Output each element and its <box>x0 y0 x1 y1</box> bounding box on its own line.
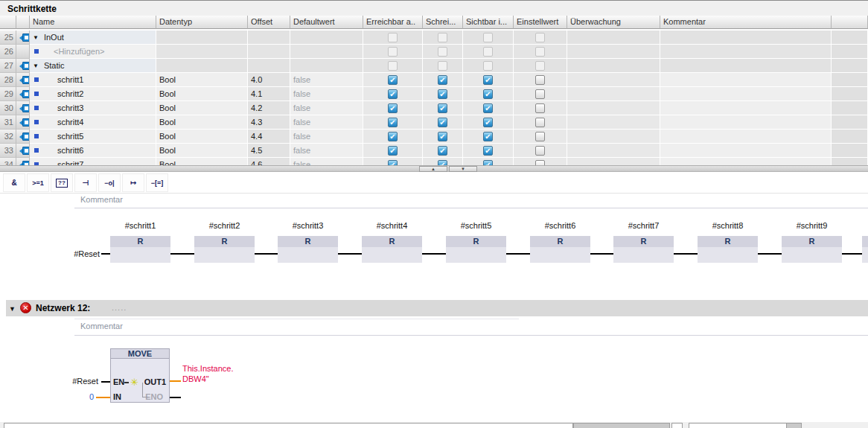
coil-operand[interactable]: #schritt6 <box>530 221 590 230</box>
cell-kommentar[interactable] <box>660 59 832 73</box>
row-number[interactable]: 30 <box>0 101 16 115</box>
cell-erreichbar[interactable] <box>363 144 423 158</box>
row-number[interactable]: 33 <box>0 144 16 158</box>
cell-schreibbar[interactable] <box>423 101 463 115</box>
cell-einstellwert[interactable] <box>514 158 567 165</box>
operand-out-line1[interactable]: This.Instance. <box>182 364 233 373</box>
cell-datentyp[interactable] <box>156 45 248 59</box>
coil-operand[interactable]: #schritt7 <box>613 221 674 230</box>
cell-kommentar[interactable] <box>660 87 832 101</box>
cell-schreibbar[interactable] <box>423 31 463 45</box>
network-12-header[interactable]: ▼ ✕ Netzwerk 12: ..... <box>6 300 868 316</box>
cell-erreichbar[interactable] <box>363 45 423 59</box>
coil-operand[interactable]: #schritt9 <box>782 221 842 230</box>
reset-coil-box[interactable]: R <box>698 236 758 263</box>
cell-defaultwert[interactable] <box>290 31 363 45</box>
row-number[interactable]: 26 <box>0 45 16 59</box>
cell-datentyp[interactable]: Bool <box>156 87 248 101</box>
cell-defaultwert[interactable]: false <box>290 144 363 158</box>
header-sichtbar[interactable]: Sichtbar i... <box>463 16 514 29</box>
cell-kommentar[interactable] <box>660 73 832 87</box>
reset-coil-box-clipped[interactable] <box>862 236 868 263</box>
cell-einstellwert[interactable] <box>514 130 567 144</box>
cell-defaultwert[interactable]: false <box>290 87 363 101</box>
cell-schreibbar[interactable] <box>423 130 463 144</box>
cell-einstellwert[interactable] <box>514 73 567 87</box>
cell-schreibbar[interactable] <box>423 87 463 101</box>
cell-datentyp[interactable] <box>156 31 248 45</box>
row-number[interactable]: 34 <box>0 158 16 165</box>
header-datentyp[interactable]: Datentyp <box>156 16 248 29</box>
operand-out-line2[interactable]: DBW4" <box>182 374 209 383</box>
reset-coil-box[interactable]: R <box>782 236 842 263</box>
open-branch-button[interactable]: ↦ <box>122 173 144 192</box>
table-row[interactable]: 31 schritt4 Bool 4.3 false <box>0 115 868 130</box>
cell-kommentar[interactable] <box>660 144 832 158</box>
table-row[interactable]: 34 schritt7 Bool 4.6 false <box>0 158 868 165</box>
cell-schreibbar[interactable] <box>423 144 463 158</box>
pin-en[interactable]: EN <box>113 377 124 386</box>
cell-datentyp[interactable] <box>156 59 248 73</box>
cell-sichtbar[interactable] <box>463 45 514 59</box>
cell-datentyp[interactable]: Bool <box>156 73 248 87</box>
cell-kommentar[interactable] <box>660 158 832 165</box>
reset-coil-box[interactable]: R <box>110 236 170 263</box>
zoom-control-thumb[interactable] <box>786 423 802 428</box>
cell-einstellwert[interactable] <box>514 59 567 73</box>
coil-operand[interactable]: #schritt2 <box>194 221 255 230</box>
and-box-button[interactable]: & <box>3 173 25 192</box>
cell-einstellwert[interactable] <box>514 45 567 59</box>
reset-coil-box[interactable]: R <box>194 236 255 263</box>
cell-datentyp[interactable]: Bool <box>156 144 248 158</box>
table-row[interactable]: 29 schritt2 Bool 4.1 false <box>0 87 868 101</box>
cell-einstellwert[interactable] <box>514 101 567 115</box>
cell-defaultwert[interactable] <box>290 59 363 73</box>
cell-name[interactable]: schritt7 <box>30 158 156 165</box>
move-block[interactable]: MOVE EN IN OUT1 ENO ✳ <box>110 348 170 403</box>
table-row[interactable]: 27 ▼Static <box>0 59 868 73</box>
insert-input-button[interactable]: ⊣ <box>74 173 97 192</box>
table-row[interactable]: 32 schritt5 Bool 4.4 false <box>0 130 868 144</box>
coil-operand[interactable]: #schritt4 <box>362 221 422 230</box>
cell-sichtbar[interactable] <box>463 115 514 130</box>
cell-erreichbar[interactable] <box>363 31 423 45</box>
cell-erreichbar[interactable] <box>363 87 423 101</box>
reset-coil-box[interactable]: R <box>446 236 506 263</box>
cell-schreibbar[interactable] <box>423 158 463 165</box>
row-number[interactable]: 25 <box>0 31 16 45</box>
cell-einstellwert[interactable] <box>514 87 567 101</box>
header-schreibbar[interactable]: Schrei... <box>423 16 463 29</box>
cell-einstellwert[interactable] <box>514 31 567 45</box>
cell-erreichbar[interactable] <box>363 130 423 144</box>
operand-in-value[interactable]: 0 <box>89 392 94 401</box>
cell-schreibbar[interactable] <box>423 59 463 73</box>
cell-datentyp[interactable]: Bool <box>156 115 248 130</box>
header-kommentar[interactable]: Kommentar <box>660 16 832 29</box>
cell-name[interactable]: schritt1 <box>30 73 156 87</box>
move-block-title[interactable]: MOVE <box>111 349 169 359</box>
network-comment-field[interactable]: Kommentar <box>80 322 123 330</box>
assignment-button[interactable]: −[=] <box>146 173 168 192</box>
cell-defaultwert[interactable]: false <box>290 158 363 165</box>
empty-box-button[interactable]: ?? <box>51 173 73 192</box>
negate-input-button[interactable]: −o| <box>98 173 121 192</box>
h-scrollbar-thumb[interactable] <box>573 423 670 428</box>
header-offset[interactable]: Offset <box>248 16 290 29</box>
operand-reset[interactable]: #Reset <box>66 377 98 386</box>
cell-name[interactable]: ▼InOut <box>30 31 156 45</box>
cell-schreibbar[interactable] <box>423 115 463 130</box>
coil-operand[interactable]: #schritt1 <box>110 221 170 230</box>
cell-defaultwert[interactable]: false <box>290 130 363 144</box>
network-expander-icon[interactable]: ▼ <box>9 305 16 313</box>
cell-sichtbar[interactable] <box>463 158 514 165</box>
network-title-placeholder[interactable]: ..... <box>112 303 127 312</box>
header-defaultwert[interactable]: Defaultwert <box>290 16 363 29</box>
splitter-collapse-up-button[interactable]: ▲ <box>419 166 447 172</box>
cell-sichtbar[interactable] <box>463 59 514 73</box>
row-number[interactable]: 27 <box>0 59 16 73</box>
table-network-splitter[interactable]: ▲ ▼ <box>0 165 868 172</box>
cell-kommentar[interactable] <box>660 45 832 59</box>
splitter-collapse-down-button[interactable]: ▼ <box>449 166 477 172</box>
cell-name[interactable]: schritt6 <box>30 144 156 158</box>
cell-datentyp[interactable]: Bool <box>156 130 248 144</box>
